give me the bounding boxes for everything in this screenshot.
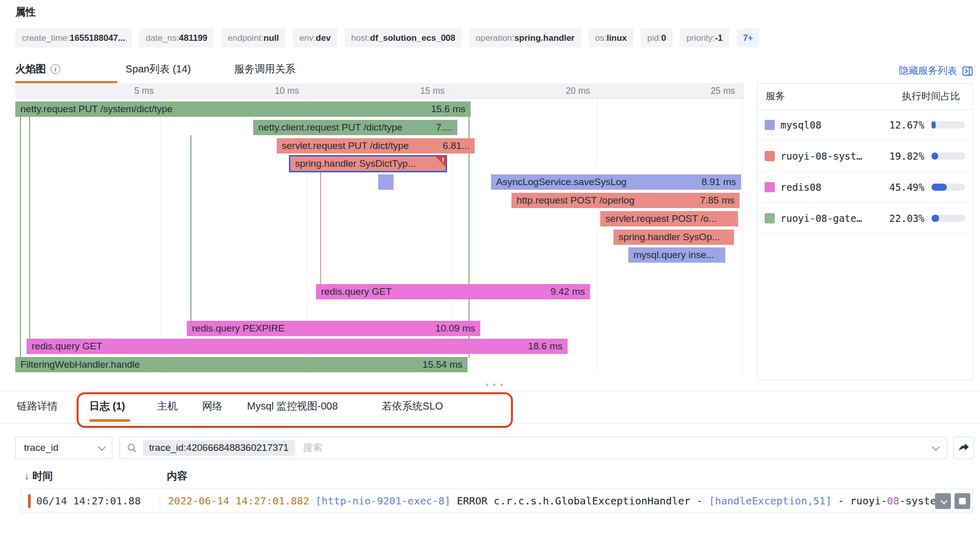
chevron-down-icon [98, 443, 106, 451]
collapse-panel-icon [962, 66, 973, 77]
property-tag: operation:spring.handler [469, 29, 581, 47]
log-row[interactable]: 06/14 14:27:01.88 2022-06-14 14:27:01.88… [21, 489, 972, 513]
active-bottom-tab-underline [89, 419, 130, 422]
search-placeholder: 搜索 [303, 441, 932, 454]
square-icon [959, 498, 966, 504]
flame-span[interactable]: mysql.query inse... [628, 247, 725, 263]
column-separator [160, 493, 160, 509]
tab-network[interactable]: 网络 [202, 399, 223, 413]
chevron-down-icon[interactable] [932, 443, 940, 451]
chevron-down-icon [940, 497, 947, 504]
flame-span[interactable]: spring.handler SysDictTyp...! [290, 156, 446, 171]
tab-flame-graph[interactable]: 火焰图i [15, 62, 60, 76]
search-input[interactable]: trace_id:4206668488360217371 搜索 [119, 437, 947, 459]
flame-span[interactable]: servlet.request PUT /dict/type6.81... [277, 138, 475, 154]
flame-span[interactable]: AsyncLogService.saveSysLog8.91 ms [491, 174, 741, 190]
service-name: mysql08 [780, 119, 889, 131]
tab-logs[interactable]: 日志 (1) [89, 399, 125, 413]
property-tag: pid:0 [641, 29, 673, 47]
span-label: redis.query GET [321, 286, 391, 297]
log-row-actions [935, 493, 970, 509]
axis-tick-label: 25 ms [669, 86, 735, 96]
property-tag: priority:-1 [680, 29, 729, 47]
axis-gridline [597, 83, 598, 373]
share-icon [958, 442, 970, 453]
flame-span[interactable]: redis.query GET9.42 ms [316, 284, 590, 299]
span-label: redis.query GET [32, 341, 102, 352]
property-tag: create_time:1655188047... [15, 29, 132, 47]
properties-title: 属性 [15, 5, 36, 19]
trace-detail-page: 属性 create_time:1655188047...date_ns:4811… [0, 0, 980, 560]
more-tags-button[interactable]: 7+ [737, 29, 760, 47]
tab-mysql-dashboard[interactable]: Mysql 监控视图-008 [247, 399, 338, 413]
view-tabs: 火焰图iSpan列表 (14)服务调用关系 [0, 60, 745, 83]
property-tag: os:linux [589, 29, 633, 47]
service-time-percent: 19.82% [889, 150, 924, 162]
bottom-tabs: 链路详情日志 (1)主机网络Mysql 监控视图-008若依系统SLO [0, 395, 980, 424]
tab-span-list[interactable]: Span列表 (14) [126, 62, 191, 76]
tab-service-call-graph[interactable]: 服务调用关系 [234, 62, 296, 76]
tab-host[interactable]: 主机 [157, 399, 178, 413]
log-segment: - ruoyi- [838, 495, 887, 507]
time-column-header[interactable]: ↓ 时间 [24, 469, 53, 483]
log-segment: -syste [899, 495, 936, 507]
ratio-column-label: 执行时间占比 [902, 90, 960, 103]
flame-span[interactable]: http.request POST /operlog7.85 ms [511, 193, 740, 208]
log-segment: 08 [887, 495, 899, 507]
flame-span[interactable]: servlet.request POST /o... [600, 211, 738, 226]
flame-span[interactable]: netty.client.request PUT /dict/type7.... [253, 120, 457, 135]
flame-span[interactable]: redis.query PEXPIRE10.09 ms [187, 321, 480, 336]
log-table: 06/14 14:27:01.88 2022-06-14 14:27:01.88… [20, 489, 973, 513]
expand-log-button[interactable] [935, 493, 951, 509]
panel-resize-handle[interactable] [486, 384, 503, 386]
search-filter-chip[interactable]: trace_id:4206668488360217371 [143, 440, 295, 456]
flame-span[interactable]: netty.request PUT /system/dict/type15.6 … [15, 101, 471, 117]
search-field-select[interactable]: trace_id [15, 437, 112, 459]
span-label: mysql.query inse... [633, 249, 714, 261]
flame-graph: 5 ms10 ms15 ms20 ms25 ms netty.request P… [15, 83, 744, 380]
service-color-swatch [765, 182, 775, 192]
span-label: servlet.request POST /o... [605, 213, 717, 224]
axis-gridline [161, 83, 161, 373]
search-field-value: trace_id [24, 442, 59, 453]
service-time-percent: 45.49% [889, 182, 924, 193]
share-button[interactable] [953, 437, 974, 459]
axis-tick-label: 10 ms [233, 86, 299, 96]
property-tags-row: create_time:1655188047...date_ns:481199e… [15, 29, 760, 47]
service-color-swatch [765, 213, 775, 223]
span-label: http.request POST /operlog [517, 195, 634, 206]
sort-desc-icon: ↓ [24, 471, 30, 482]
flame-span[interactable]: FilteringWebHandler.handle15.54 ms [15, 357, 468, 372]
service-row[interactable]: ruoyi-08-gate…22.03% [757, 203, 972, 234]
axis-tick-label: 15 ms [378, 86, 445, 96]
log-content: 2022-06-14 14:27:01.882 [http-nio-9201-e… [168, 495, 957, 507]
error-level-bar [28, 494, 31, 508]
service-row[interactable]: redis0845.49% [757, 172, 972, 203]
warning-badge: ! [435, 156, 446, 167]
flame-span[interactable]: redis.query GET18.6 ms [27, 339, 568, 354]
span-connector-line [29, 117, 30, 339]
view-log-detail-button[interactable] [954, 493, 970, 509]
info-icon[interactable]: i [51, 64, 60, 74]
service-time-percent: 12.67% [889, 119, 924, 131]
time-ratio-bar [932, 152, 965, 160]
time-ratio-bar [932, 184, 965, 191]
axis-tick-label: 5 ms [87, 86, 154, 96]
property-tag: date_ns:481199 [139, 29, 214, 47]
span-duration: 15.54 ms [423, 359, 462, 370]
service-name: redis08 [780, 182, 889, 193]
log-segment: [handleException,51] [709, 495, 838, 507]
service-row[interactable]: mysql0812.67% [757, 110, 972, 141]
time-ratio-bar [932, 215, 965, 222]
span-duration: 7.... [436, 122, 452, 133]
service-row[interactable]: ruoyi-08-syst…19.82% [757, 141, 972, 172]
property-tag: host:df_solution_ecs_008 [345, 29, 462, 47]
span-label: servlet.request PUT /dict/type [282, 140, 409, 151]
tab-ruoyi-slo[interactable]: 若依系统SLO [382, 399, 443, 413]
tab-trace-detail[interactable]: 链路详情 [17, 399, 58, 413]
flame-span[interactable]: spring.handler SysOp... [614, 230, 734, 245]
flame-span[interactable] [378, 174, 394, 190]
hide-services-link[interactable]: 隐藏服务列表 [899, 64, 973, 78]
tabs-bottom-border [0, 423, 980, 424]
log-search-row: trace_id trace_id:4206668488360217371 搜索 [0, 437, 980, 459]
